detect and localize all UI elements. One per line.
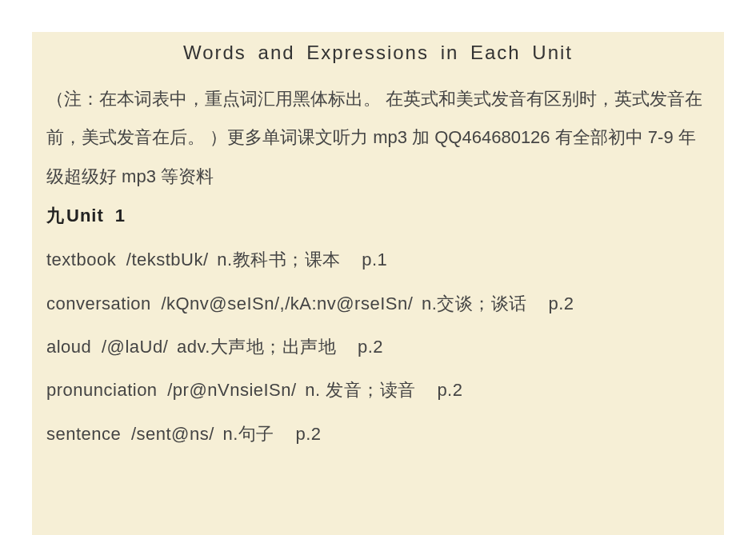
entry-phonetic: /sent@ns/	[131, 424, 214, 444]
vocab-entry: conversation /kQnv@seISn/,/kA:nv@rseISn/…	[46, 285, 710, 323]
entry-page: p.1	[362, 250, 387, 269]
entry-definition: adv.大声地；出声地	[177, 337, 336, 357]
entry-word: conversation	[46, 293, 151, 313]
entry-definition: n.交谈；谈话	[422, 293, 527, 313]
entry-definition: n.教科书；课本	[217, 250, 340, 269]
entry-phonetic: /kQnv@seISn/,/kA:nv@rseISn/	[161, 293, 413, 313]
unit-header: 九Unit1	[46, 204, 710, 228]
unit-label: Unit	[66, 206, 104, 226]
entry-phonetic: /@laUd/	[102, 337, 168, 357]
entry-definition: n.句子	[222, 424, 274, 444]
document-page: Words and Expressions in Each Unit （注：在本…	[32, 32, 724, 535]
note-paragraph: （注：在本词表中，重点词汇用黑体标出。 在英式和美式发音有区别时，英式发音在前，…	[46, 80, 710, 196]
vocab-entry: aloud /@laUd/ adv.大声地；出声地 p.2	[46, 328, 710, 366]
entry-page: p.2	[358, 337, 383, 357]
entry-word: sentence	[46, 424, 121, 444]
unit-number: 1	[115, 206, 126, 226]
entry-definition: n. 发音；读音	[305, 380, 415, 400]
entry-page: p.2	[437, 380, 462, 400]
unit-prefix: 九	[46, 206, 65, 226]
entry-word: aloud	[46, 337, 91, 357]
page-title: Words and Expressions in Each Unit	[46, 42, 710, 64]
entry-page: p.2	[295, 424, 321, 444]
entry-phonetic: /tekstbUk/	[126, 250, 209, 269]
vocab-entry: textbook /tekstbUk/ n.教科书；课本 p.1	[46, 241, 710, 279]
entry-phonetic: /pr@nVnsieISn/	[167, 380, 296, 400]
entry-page: p.2	[548, 293, 574, 313]
entry-word: textbook	[46, 250, 116, 269]
vocab-entry: sentence /sent@ns/ n.句子 p.2	[46, 415, 710, 453]
vocab-entry: pronunciation /pr@nVnsieISn/ n. 发音；读音 p.…	[46, 371, 710, 409]
entry-word: pronunciation	[46, 380, 158, 400]
